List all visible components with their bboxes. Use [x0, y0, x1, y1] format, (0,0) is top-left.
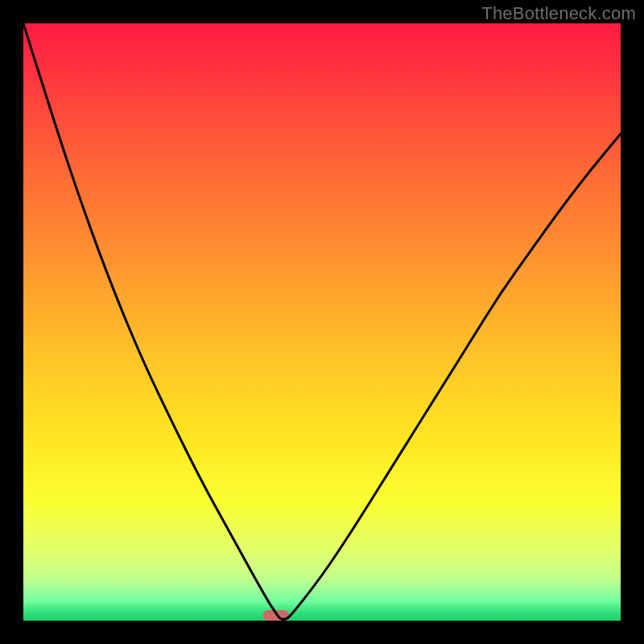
chart-container: { "watermark": "TheBottleneck.com", "cha…	[0, 0, 644, 644]
watermark-text: TheBottleneck.com	[481, 3, 636, 24]
plot-background	[23, 23, 621, 621]
bottleneck-chart	[0, 0, 644, 644]
